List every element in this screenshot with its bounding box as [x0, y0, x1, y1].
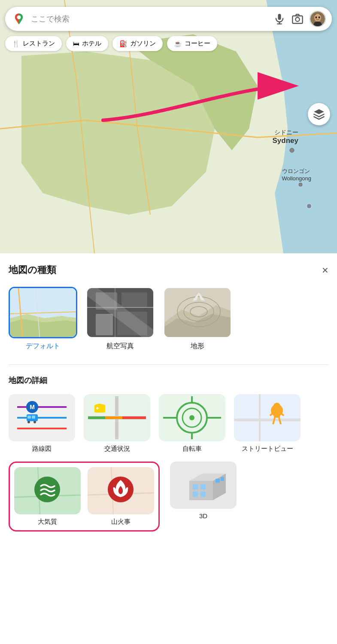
svg-rect-61	[200, 484, 206, 489]
svg-rect-57	[189, 481, 213, 500]
detail-3d[interactable]: 3D	[170, 462, 237, 532]
filter-chip-hotel[interactable]: 🛏 ホテル	[66, 36, 108, 51]
svg-rect-35	[32, 416, 35, 419]
map-type-terrain[interactable]: 地形	[163, 287, 232, 351]
filter-chips: 🍴 レストラン 🛏 ホテル ⛽ ガソリン ☕ コーヒー	[5, 36, 217, 51]
mic-icon[interactable]	[273, 13, 285, 25]
search-placeholder: ここで検索	[31, 14, 273, 24]
svg-point-36	[27, 421, 30, 423]
svg-point-2	[299, 183, 302, 186]
filter-restaurant-label: レストラン	[23, 39, 55, 48]
panel-header: 地図の種類 ×	[9, 264, 328, 276]
map-type-default-label: デフォルト	[26, 342, 60, 351]
svg-point-11	[295, 18, 299, 21]
detail-row-1: M 路線図	[9, 394, 328, 453]
detail-section-title: 地図の詳細	[9, 375, 328, 386]
section-divider	[9, 365, 328, 365]
filter-hotel-label: ホテル	[82, 39, 101, 48]
detail-air-label: 大気質	[38, 518, 57, 526]
detail-3d-thumb	[170, 462, 237, 509]
svg-point-15	[319, 16, 320, 18]
avatar[interactable]	[310, 11, 326, 27]
detail-bike-thumb	[159, 394, 225, 441]
detail-fire-thumb	[88, 467, 154, 514]
svg-rect-34	[27, 416, 31, 419]
map-type-default[interactable]: デフォルト	[9, 287, 77, 351]
svg-rect-63	[200, 492, 206, 497]
svg-point-3	[307, 204, 311, 208]
detail-traffic-thumb	[84, 394, 150, 441]
detail-fire-label: 山火事	[111, 518, 131, 526]
detail-street-label: ストリートビュー	[242, 445, 293, 453]
svg-point-37	[33, 421, 36, 423]
svg-point-13	[314, 14, 321, 21]
svg-rect-19	[121, 292, 147, 307]
svg-rect-45	[234, 394, 301, 441]
map-type-aerial-label: 航空写真	[106, 342, 134, 351]
search-bar[interactable]: ここで検索	[5, 7, 332, 31]
map-type-terrain-label: 地形	[191, 342, 204, 351]
camera-icon[interactable]	[291, 13, 304, 25]
filter-chip-gas[interactable]: ⛽ ガソリン	[112, 36, 163, 51]
close-button[interactable]: ×	[322, 264, 328, 276]
svg-point-44	[189, 415, 194, 420]
filter-gas-label: ガソリン	[130, 39, 156, 48]
map-type-aerial-thumb	[86, 287, 155, 338]
detail-air[interactable]: 大気質	[14, 467, 81, 526]
detail-row-2: 大気質 山火事	[9, 462, 328, 532]
map-type-terrain-thumb	[163, 287, 232, 338]
svg-rect-62	[193, 492, 198, 497]
detail-fire[interactable]: 山火事	[88, 467, 154, 526]
svg-point-1	[290, 148, 294, 152]
map-type-default-thumb	[9, 287, 77, 338]
detail-transit-thumb: M	[9, 394, 75, 441]
svg-point-6	[17, 15, 21, 19]
detail-air-thumb	[14, 467, 81, 514]
detail-3d-label: 3D	[199, 512, 207, 519]
map-type-panel: 地図の種類 × デフォルト	[0, 253, 337, 644]
svg-rect-60	[193, 484, 198, 489]
layers-button[interactable]	[308, 103, 330, 125]
highlight-box: 大気質 山火事	[9, 462, 160, 532]
svg-rect-7	[278, 14, 281, 20]
svg-point-47	[273, 403, 280, 410]
layers-icon	[313, 108, 325, 120]
svg-text:M: M	[30, 404, 35, 410]
panel-title: 地図の種類	[9, 264, 56, 276]
map-type-aerial[interactable]: 航空写真	[86, 287, 155, 351]
filter-chip-coffee[interactable]: ☕ コーヒー	[167, 36, 217, 51]
detail-bike[interactable]: 自転車	[159, 394, 225, 453]
filter-coffee-label: コーヒー	[185, 39, 210, 48]
detail-street-thumb	[234, 394, 301, 441]
detail-bike-label: 自転車	[182, 445, 202, 453]
svg-rect-39	[94, 405, 105, 413]
map-type-grid: デフォルト 航空写真	[9, 287, 328, 351]
detail-transit-label: 路線図	[32, 445, 52, 453]
svg-rect-65	[221, 477, 224, 481]
svg-rect-64	[216, 479, 220, 483]
detail-transit[interactable]: M 路線図	[9, 394, 75, 453]
svg-point-14	[316, 16, 317, 18]
detail-traffic[interactable]: 交通状況	[84, 394, 150, 453]
detail-street[interactable]: ストリートビュー	[234, 394, 301, 453]
map-view: シドニー Sydney ウロンゴン Wollongong ここで検索	[0, 0, 337, 253]
svg-rect-20	[96, 314, 113, 335]
filter-chip-restaurant[interactable]: 🍴 レストラン	[5, 36, 62, 51]
maps-logo	[11, 11, 27, 27]
detail-traffic-label: 交通状況	[104, 445, 130, 453]
